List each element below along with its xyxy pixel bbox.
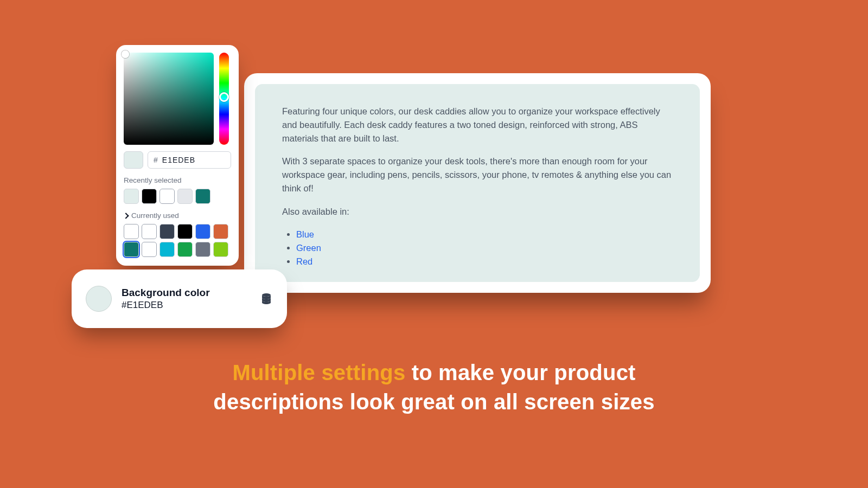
- chevron-right-icon: [123, 213, 129, 219]
- current-swatch[interactable]: [213, 224, 228, 239]
- setting-value: #E1EDEB: [122, 300, 250, 311]
- background-color-setting[interactable]: Background color #E1EDEB: [72, 269, 287, 328]
- preview-link-red[interactable]: Red: [296, 256, 312, 266]
- hex-input[interactable]: [162, 156, 225, 164]
- preview-paragraph-2: With 3 separate spaces to organize your …: [282, 155, 673, 195]
- currently-used-label[interactable]: Currently used: [124, 211, 231, 220]
- recently-selected-row: [124, 189, 231, 204]
- database-icon[interactable]: [260, 292, 273, 305]
- preview-link-green[interactable]: Green: [296, 243, 321, 253]
- marketing-tagline: Multiple settings to make your product d…: [0, 358, 868, 416]
- preview-link-list: Blue Green Red: [296, 228, 673, 268]
- setting-color-swatch: [86, 286, 112, 312]
- hue-slider[interactable]: [219, 53, 229, 145]
- recent-swatch[interactable]: [124, 189, 139, 204]
- current-swatch[interactable]: [177, 242, 193, 257]
- current-swatch[interactable]: [213, 242, 228, 257]
- preview-link-blue[interactable]: Blue: [296, 229, 314, 239]
- preview-paragraph-1: Featuring four unique colors, our desk c…: [282, 105, 673, 145]
- current-swatch[interactable]: [142, 242, 157, 257]
- tagline-highlight: Multiple settings: [232, 361, 405, 384]
- current-swatch[interactable]: [195, 242, 210, 257]
- preview-also-label: Also available in:: [282, 205, 673, 219]
- current-color-swatch: [124, 151, 143, 169]
- color-picker-panel: # Recently selected Currently used: [116, 45, 239, 266]
- hex-input-wrapper[interactable]: #: [148, 151, 231, 169]
- current-swatch[interactable]: [159, 224, 175, 239]
- current-swatch[interactable]: [159, 242, 175, 257]
- recent-swatch[interactable]: [159, 189, 175, 204]
- current-swatch[interactable]: [124, 242, 139, 257]
- recent-swatch[interactable]: [195, 189, 210, 204]
- currently-used-text: Currently used: [131, 211, 179, 220]
- recent-swatch[interactable]: [177, 189, 193, 204]
- tagline-line1-rest: to make your product: [405, 361, 635, 384]
- current-swatch[interactable]: [124, 224, 139, 239]
- svg-point-0: [262, 293, 271, 297]
- saturation-cursor[interactable]: [122, 50, 129, 58]
- current-swatch[interactable]: [142, 224, 157, 239]
- saturation-field[interactable]: [124, 53, 214, 145]
- currently-used-row: [124, 224, 231, 257]
- hex-hash: #: [154, 156, 158, 164]
- recently-selected-label: Recently selected: [124, 176, 231, 184]
- tagline-line2: descriptions look great on all screen si…: [0, 387, 868, 416]
- current-swatch[interactable]: [177, 224, 193, 239]
- description-preview: Featuring four unique colors, our desk c…: [255, 84, 700, 282]
- current-swatch[interactable]: [195, 224, 210, 239]
- setting-title: Background color: [122, 287, 250, 299]
- recent-swatch[interactable]: [142, 189, 157, 204]
- description-preview-card: Featuring four unique colors, our desk c…: [244, 73, 711, 293]
- hue-slider-thumb[interactable]: [219, 92, 229, 102]
